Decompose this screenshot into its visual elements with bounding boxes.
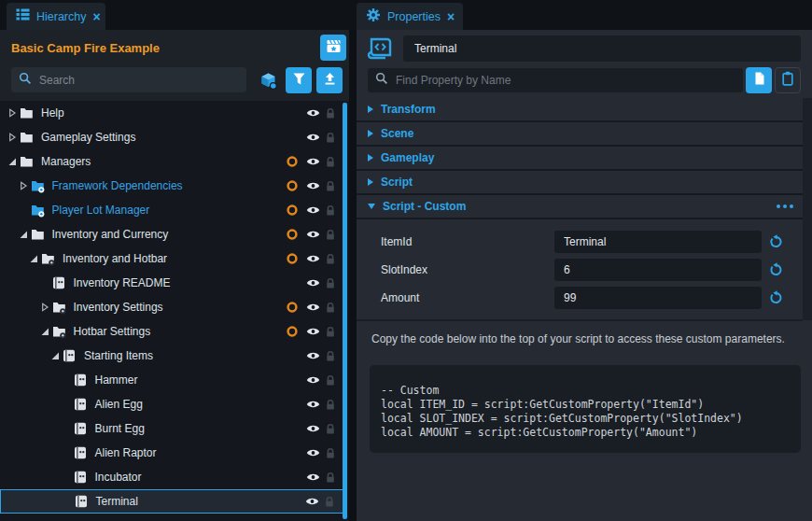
tree-row[interactable]: Framework Dependencies — [0, 174, 349, 198]
copy-properties-button[interactable] — [746, 67, 772, 93]
tree-row[interactable]: Managers — [0, 149, 349, 174]
group-cube-icon[interactable] — [258, 70, 280, 92]
reset-icon[interactable] — [767, 260, 786, 279]
close-icon[interactable]: × — [447, 10, 455, 23]
visibility-eye-icon[interactable] — [302, 326, 323, 337]
tree-item-label: Hammer — [95, 373, 138, 387]
lock-icon[interactable] — [323, 399, 338, 411]
visibility-eye-icon[interactable] — [302, 302, 323, 313]
custom-params-help-text: Copy the code below into the top of your… — [371, 331, 793, 346]
upload-icon — [323, 72, 337, 90]
tree-row[interactable]: Starting Items — [0, 344, 349, 368]
upload-button[interactable] — [316, 67, 343, 93]
tree-row[interactable]: Inventory README — [0, 271, 349, 295]
tree-row[interactable]: Incubator — [0, 465, 349, 489]
lock-icon[interactable] — [323, 350, 338, 362]
scene-clapper-button[interactable] — [320, 35, 346, 61]
tree-row[interactable]: Burnt Egg — [0, 416, 349, 441]
property-value-input[interactable] — [554, 259, 762, 281]
tree-row[interactable]: Player Lot Manager — [0, 198, 349, 222]
lock-icon[interactable] — [323, 447, 338, 459]
section-header[interactable]: Script - Custom — [357, 195, 805, 219]
reset-icon[interactable] — [767, 232, 786, 251]
visibility-eye-icon[interactable] — [302, 447, 323, 458]
tree-row[interactable]: Alien Raptor — [0, 441, 349, 465]
lock-icon[interactable] — [323, 277, 338, 289]
tree-row[interactable]: Help — [0, 101, 349, 125]
hierarchy-search-box[interactable] — [11, 67, 246, 92]
tree-row[interactable]: Alien Egg — [0, 392, 349, 416]
tree-row[interactable]: Inventory and Currency — [0, 222, 349, 246]
gear-icon — [366, 7, 381, 26]
search-input[interactable] — [37, 73, 239, 88]
visibility-eye-icon[interactable] — [302, 399, 323, 410]
section-header[interactable]: Gameplay — [357, 147, 805, 171]
visibility-eye-icon[interactable] — [301, 496, 322, 507]
lock-icon[interactable] — [322, 496, 337, 508]
lock-icon[interactable] — [323, 107, 338, 120]
expand-arrow-icon[interactable] — [7, 133, 20, 142]
property-search-input[interactable] — [394, 73, 735, 88]
section-label: Script - Custom — [383, 200, 466, 213]
section-header[interactable]: Script — [357, 171, 805, 195]
expand-arrow-icon[interactable] — [40, 327, 52, 336]
visibility-eye-icon[interactable] — [302, 423, 323, 434]
expand-arrow-icon[interactable] — [40, 303, 52, 312]
lock-icon[interactable] — [323, 229, 338, 241]
lock-icon[interactable] — [323, 204, 338, 217]
filter-icon — [292, 72, 306, 90]
visibility-eye-icon[interactable] — [302, 180, 323, 191]
lock-icon[interactable] — [323, 374, 338, 387]
ellipsis-menu-icon[interactable] — [777, 204, 793, 208]
visibility-eye-icon[interactable] — [302, 253, 323, 264]
expand-arrow-icon[interactable] — [7, 157, 20, 166]
tree-row[interactable]: Terminal — [0, 489, 343, 514]
visibility-eye-icon[interactable] — [302, 350, 323, 361]
visibility-eye-icon[interactable] — [302, 204, 323, 216]
tab-properties[interactable]: Properties × — [357, 3, 463, 30]
section-header[interactable]: Transform — [357, 98, 805, 122]
tab-hierarchy[interactable]: Hierarchy × — [7, 3, 105, 30]
lock-icon[interactable] — [323, 302, 338, 314]
object-name-field[interactable] — [403, 35, 801, 62]
property-value-input[interactable] — [554, 287, 762, 309]
reset-icon[interactable] — [767, 289, 786, 307]
lock-icon[interactable] — [323, 132, 338, 144]
visibility-eye-icon[interactable] — [302, 107, 323, 119]
expand-arrow-icon[interactable] — [29, 254, 41, 263]
paste-properties-button[interactable] — [775, 67, 801, 93]
tree-row[interactable]: Hotbar Settings — [0, 319, 349, 344]
custom-property-row: SlotIndex — [357, 256, 803, 284]
property-search-box[interactable] — [368, 68, 743, 92]
tree-row[interactable]: Hammer — [0, 368, 349, 392]
lock-icon[interactable] — [323, 423, 338, 435]
visibility-eye-icon[interactable] — [302, 156, 323, 167]
visibility-eye-icon[interactable] — [302, 374, 323, 386]
tree-row[interactable]: Gameplay Settings — [0, 125, 349, 149]
visibility-eye-icon[interactable] — [302, 229, 323, 240]
visibility-eye-icon[interactable] — [302, 472, 323, 483]
tree-row[interactable]: Inventory Settings — [0, 295, 349, 319]
lock-icon[interactable] — [323, 326, 338, 338]
expand-arrow-icon[interactable] — [19, 181, 31, 190]
lock-icon[interactable] — [323, 156, 338, 168]
hierarchy-scrollbar[interactable] — [343, 103, 347, 519]
filter-button[interactable] — [286, 67, 312, 93]
visibility-eye-icon[interactable] — [302, 277, 323, 289]
visibility-eye-icon[interactable] — [302, 132, 323, 143]
object-name-input[interactable] — [413, 41, 791, 56]
expand-arrow-icon[interactable] — [50, 351, 63, 360]
divider — [357, 319, 803, 321]
property-value-input[interactable] — [554, 231, 762, 253]
lock-icon[interactable] — [323, 253, 338, 265]
section-header[interactable]: Scene — [357, 122, 805, 147]
expand-arrow-icon[interactable] — [7, 108, 20, 118]
script-icon — [52, 276, 67, 289]
close-icon[interactable]: × — [93, 10, 101, 23]
tree-item-label: Help — [41, 106, 64, 120]
custom-property-row: ItemId — [357, 228, 803, 256]
expand-arrow-icon[interactable] — [19, 230, 31, 239]
tree-row[interactable]: Inventory and Hotbar — [0, 246, 349, 271]
lock-icon[interactable] — [323, 180, 338, 192]
lock-icon[interactable] — [323, 472, 338, 484]
